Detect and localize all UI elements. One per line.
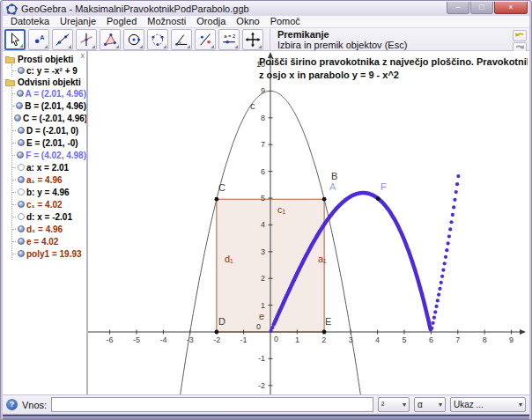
input-help-icon[interactable]: ?	[6, 399, 18, 410]
visible-object-marble-icon[interactable]	[17, 151, 24, 158]
title-bar[interactable]: GeoGebra - MaksimalniPravokotnikPodParab…	[3, 1, 529, 16]
algebra-item[interactable]: a: x = 2.01	[12, 161, 86, 173]
algebra-item[interactable]: a₁ = 4.96	[12, 173, 86, 186]
tool-reflect-button[interactable]	[195, 29, 216, 50]
algebra-item[interactable]: E = (2.01, -0)	[12, 136, 86, 149]
algebra-item[interactable]: b: y = 4.96	[12, 186, 86, 198]
visible-object-marble-icon[interactable]	[17, 90, 24, 97]
algebra-item[interactable]: d₁ = 4.96	[12, 223, 86, 235]
tool-circle-button[interactable]	[123, 29, 144, 50]
undo-button[interactable]	[513, 30, 527, 41]
algebra-item-text: c₁ = 4.02	[26, 200, 63, 210]
chevron-down-icon: ▾	[439, 401, 442, 409]
tool-point-button[interactable]: A	[28, 29, 49, 50]
algebra-item[interactable]: c: y = -x² + 9	[12, 64, 86, 77]
algebra-item[interactable]: d: x = -2.01	[12, 210, 86, 223]
visible-object-marble-icon[interactable]	[18, 67, 25, 74]
tool-line-button[interactable]	[52, 29, 73, 50]
tool-slider-button[interactable]: a = 2	[218, 29, 240, 50]
algebra-view: x Prosti objektic: y = -x² + 9Odvisni ob…	[3, 51, 88, 394]
command-input[interactable]	[51, 397, 373, 412]
algebra-item[interactable]: A = (2.01, 4.96)	[12, 87, 86, 99]
algebra-item-text: A = (2.01, 4.96)	[26, 89, 86, 99]
perpendicular-line-icon	[78, 32, 94, 48]
trace-dot	[443, 262, 447, 265]
visible-object-marble-icon[interactable]	[14, 114, 21, 122]
geogebra-window: GeoGebra - MaksimalniPravokotnikPodParab…	[0, 0, 532, 420]
graphics-view[interactable]: -6-5-4-3-2-1123456789-2-112345678910BACD…	[88, 51, 529, 394]
trace-dot	[441, 269, 445, 272]
algebra-item[interactable]: C = (-2.01, 4.96)	[12, 112, 86, 124]
trace-dot	[440, 281, 443, 284]
hidden-object-marble-icon[interactable]	[18, 188, 25, 195]
new-point-icon: A	[31, 32, 47, 48]
visible-object-marble-icon[interactable]	[18, 250, 25, 257]
menu-pogled[interactable]: Pogled	[102, 16, 141, 27]
command-dropdown[interactable]: Ukaz ... ▾	[450, 397, 526, 412]
tool-move-view-button[interactable]	[242, 29, 263, 50]
y-tick-label: 8	[261, 114, 265, 122]
y-tick-label: 5	[261, 194, 265, 203]
algebra-close-icon[interactable]: x	[81, 51, 85, 60]
x-tick-label: -6	[107, 335, 114, 344]
algebra-item[interactable]: c₁ = 4.02	[12, 198, 86, 210]
point-D[interactable]	[214, 330, 218, 335]
algebra-item[interactable]: B = (2.01, 4.96)	[12, 99, 86, 112]
tool-perpendicular-line-button[interactable]	[76, 29, 97, 50]
trace-dot	[447, 241, 450, 245]
graph-label: F	[381, 181, 387, 192]
folder-icon	[5, 55, 15, 63]
menu-urejanje[interactable]: Urejanje	[55, 16, 100, 27]
superscript-dropdown[interactable]: ² ▾	[378, 397, 410, 412]
tool-conic-button[interactable]	[147, 29, 168, 50]
algebra-item-text: D = (-2.01, 0)	[26, 126, 78, 136]
graph-label: C	[218, 182, 225, 193]
trace-dot	[444, 255, 447, 259]
graphics-svg[interactable]: -6-5-4-3-2-1123456789-2-112345678910BACD…	[88, 51, 528, 394]
trace-dot	[440, 275, 444, 278]
visible-object-marble-icon[interactable]	[18, 225, 25, 232]
point-A-B[interactable]	[322, 197, 327, 202]
point-E[interactable]	[322, 330, 327, 335]
menu-datoteka[interactable]: Datoteka	[6, 16, 54, 27]
maximize-button[interactable]: □	[470, 2, 493, 14]
point-F[interactable]	[376, 196, 381, 201]
trace-dot	[438, 287, 441, 291]
graphics-text: Poišči širino pravokotnika z največjo pl…	[259, 56, 528, 67]
greek-letter-dropdown[interactable]: α ▾	[414, 397, 446, 412]
hidden-object-marble-icon[interactable]	[18, 213, 25, 220]
undo-redo-group	[513, 30, 527, 54]
minimize-button[interactable]: –	[447, 2, 469, 14]
algebra-item[interactable]: poly1 = 19.93	[12, 247, 86, 260]
menu-moznosti[interactable]: Možnosti	[143, 16, 190, 27]
tool-polygon-button[interactable]	[100, 29, 121, 50]
visible-object-marble-icon[interactable]	[18, 201, 25, 208]
algebra-item[interactable]: D = (-2.01, 0)	[12, 124, 86, 136]
visible-object-marble-icon[interactable]	[18, 139, 25, 146]
trace-dot	[449, 220, 453, 224]
tool-move-button[interactable]	[4, 29, 26, 50]
menu-pomoc[interactable]: Pomoč	[266, 16, 305, 27]
close-button[interactable]: ×	[494, 2, 528, 14]
hidden-object-marble-icon[interactable]	[18, 164, 25, 171]
window-title: GeoGebra - MaksimalniPravokotnikPodParab…	[21, 4, 443, 14]
trace-dot	[432, 316, 436, 320]
algebra-item-text: e = 4.02	[26, 237, 58, 247]
algebra-section-header[interactable]: Odvisni objekti	[5, 77, 86, 87]
algebra-item[interactable]: e = 4.02	[12, 235, 86, 247]
line-two-points-icon	[55, 32, 70, 48]
tool-angle-button[interactable]	[171, 29, 192, 50]
algebra-item[interactable]: F = (4.02, 4.98)	[12, 149, 86, 161]
algebra-section-header[interactable]: Prosti objekti	[5, 55, 86, 64]
command-dropdown-value: Ukaz ...	[454, 400, 484, 409]
input-bar: ? Vnos: ² ▾ α ▾ Ukaz ... ▾	[3, 394, 529, 414]
visible-object-marble-icon[interactable]	[18, 127, 25, 134]
svg-text:a = 2: a = 2	[224, 33, 235, 39]
superscript-dropdown-value: ²	[381, 400, 384, 409]
visible-object-marble-icon[interactable]	[16, 102, 23, 109]
menu-okno[interactable]: Okno	[232, 16, 263, 27]
point-C[interactable]	[214, 197, 218, 202]
visible-object-marble-icon[interactable]	[18, 238, 25, 245]
visible-object-marble-icon[interactable]	[18, 176, 25, 183]
menu-orodja[interactable]: Orodja	[192, 16, 230, 27]
